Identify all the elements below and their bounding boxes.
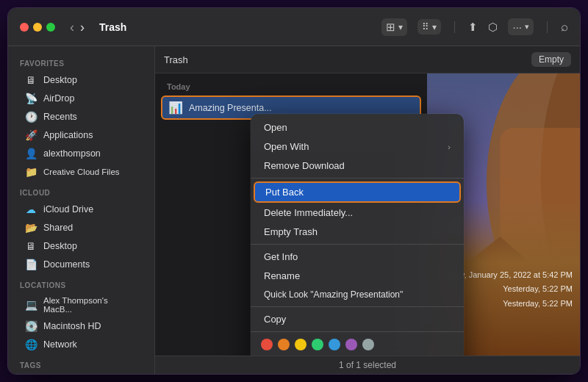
sidebar: Favorites 🖥 Desktop 📡 AirDrop 🕐 Recents … bbox=[8, 46, 155, 374]
sidebar-item-macbook[interactable]: 💻 Alex Thompson's MacB... bbox=[12, 293, 150, 317]
ctx-divider-4 bbox=[251, 331, 464, 332]
titlebar: ‹ › Trash ⊞ ▾ ⠿ ▾ ⬆ ⬡ ··· ▾ ⌕ bbox=[8, 8, 580, 46]
desktop-icloud-icon: 🖥 bbox=[24, 240, 37, 252]
content-area: Trash Empty Today 📊 Amazing Presenta... bbox=[155, 46, 580, 374]
color-dot-blue[interactable] bbox=[329, 339, 340, 350]
ctx-open-with-arrow: › bbox=[448, 143, 451, 151]
sidebar-item-label: Shared bbox=[43, 223, 73, 233]
tag-icon[interactable]: ⬡ bbox=[488, 21, 498, 34]
status-text: 1 of 1 selected bbox=[339, 360, 396, 370]
sidebar-item-label: iCloud Drive bbox=[43, 204, 93, 215]
ctx-open[interactable]: Open bbox=[254, 118, 461, 137]
content-header-title: Trash bbox=[164, 54, 188, 65]
sidebar-item-applications[interactable]: 🚀 Applications bbox=[12, 126, 150, 144]
icon-view-icon[interactable]: ⠿ bbox=[422, 21, 429, 32]
ctx-get-info[interactable]: Get Info bbox=[254, 248, 461, 266]
forward-button[interactable]: › bbox=[80, 21, 85, 34]
airdrop-icon: 📡 bbox=[24, 93, 37, 104]
minimize-button[interactable] bbox=[33, 23, 42, 32]
user-icon: 👤 bbox=[24, 148, 37, 159]
color-dot-gray[interactable] bbox=[362, 339, 374, 350]
ctx-quick-look[interactable]: Quick Look "Amazing Presentation" bbox=[254, 286, 461, 303]
grid-view-icon[interactable]: ▾ bbox=[398, 22, 403, 32]
ctx-copy-label: Copy bbox=[264, 314, 286, 325]
context-menu: Open Open With › Remove Download Put Bac… bbox=[251, 114, 464, 356]
icon-view-arrow[interactable]: ▾ bbox=[432, 22, 437, 32]
more-options-group: ··· ▾ bbox=[508, 18, 534, 35]
sidebar-item-alexthompson[interactable]: 👤 alexthompson bbox=[12, 145, 150, 162]
sidebar-item-label: Desktop bbox=[43, 75, 77, 85]
file-icon-presentation: 📊 bbox=[168, 101, 183, 115]
ctx-divider-2 bbox=[251, 244, 464, 245]
ctx-open-with[interactable]: Open With › bbox=[254, 137, 461, 156]
search-icon[interactable]: ⌕ bbox=[561, 20, 568, 35]
sidebar-item-label: Applications bbox=[43, 130, 93, 140]
empty-button[interactable]: Empty bbox=[531, 52, 571, 67]
sidebar-item-network[interactable]: 🌐 Network bbox=[12, 336, 150, 353]
ctx-put-back-label: Put Back bbox=[265, 187, 304, 198]
sidebar-item-label: AirDrop bbox=[43, 93, 74, 104]
close-button[interactable] bbox=[20, 23, 29, 32]
sidebar-item-macintosh-hd[interactable]: 💽 Macintosh HD bbox=[12, 317, 150, 335]
ctx-color-tags bbox=[251, 335, 464, 354]
ctx-tags[interactable]: Tags... bbox=[254, 355, 461, 356]
ctx-copy[interactable]: Copy bbox=[254, 310, 461, 328]
tags-section-label: Tags bbox=[8, 354, 154, 372]
sidebar-item-shared[interactable]: 📂 Shared bbox=[12, 219, 150, 237]
sidebar-item-label: Macintosh HD bbox=[43, 321, 101, 331]
ctx-delete-immediately[interactable]: Delete Immediately... bbox=[254, 203, 461, 222]
ctx-put-back[interactable]: Put Back bbox=[254, 181, 461, 203]
color-dot-orange[interactable] bbox=[278, 339, 290, 350]
toolbar-separator-2 bbox=[547, 21, 548, 33]
sidebar-item-label: Desktop bbox=[43, 241, 77, 251]
favorites-section-label: Favorites bbox=[8, 52, 154, 71]
hd-icon: 💽 bbox=[24, 320, 37, 332]
ctx-open-label: Open bbox=[264, 122, 287, 133]
ctx-rename-label: Rename bbox=[264, 270, 300, 281]
toolbar-separator-1 bbox=[454, 21, 455, 33]
ctx-empty-trash-label: Empty Trash bbox=[264, 226, 318, 237]
content-header: Trash Empty bbox=[155, 46, 580, 73]
back-button[interactable]: ‹ bbox=[70, 21, 74, 34]
sidebar-item-airdrop[interactable]: 📡 AirDrop bbox=[12, 90, 150, 107]
sidebar-item-documents[interactable]: 📄 Documents bbox=[12, 256, 150, 273]
view-toggle-group: ⊞ ▾ bbox=[381, 18, 407, 36]
sidebar-item-desktop-icloud[interactable]: 🖥 Desktop bbox=[12, 237, 150, 255]
status-bar: 1 of 1 selected bbox=[155, 356, 580, 374]
icloud-section-label: iCloud bbox=[8, 181, 154, 200]
sidebar-item-icloud-drive[interactable]: ☁ iCloud Drive bbox=[12, 201, 150, 218]
file-name-label: Amazing Presenta... bbox=[189, 103, 272, 113]
window-title: Trash bbox=[99, 21, 126, 33]
documents-icon: 📄 bbox=[24, 259, 37, 270]
ctx-rename[interactable]: Rename bbox=[254, 267, 461, 285]
sidebar-item-label: Creative Cloud Files bbox=[43, 167, 120, 176]
toolbar-icons: ⊞ ▾ ⠿ ▾ ⬆ ⬡ ··· ▾ ⌕ bbox=[381, 18, 568, 36]
color-dot-green[interactable] bbox=[312, 339, 323, 350]
ctx-quick-look-label: Quick Look "Amazing Presentation" bbox=[264, 289, 403, 300]
locations-section-label: Locations bbox=[8, 274, 154, 292]
ctx-remove-download[interactable]: Remove Download bbox=[254, 156, 461, 175]
ctx-remove-download-label: Remove Download bbox=[264, 160, 345, 171]
maximize-button[interactable] bbox=[46, 23, 55, 32]
ctx-empty-trash[interactable]: Empty Trash bbox=[254, 223, 461, 241]
ctx-open-with-label: Open With bbox=[264, 141, 309, 152]
more-arrow[interactable]: ▾ bbox=[525, 22, 529, 32]
color-dot-red[interactable] bbox=[261, 339, 273, 350]
sidebar-item-creative-cloud[interactable]: 📁 Creative Cloud Files bbox=[12, 163, 150, 181]
sidebar-item-desktop-fav[interactable]: 🖥 Desktop bbox=[12, 71, 150, 89]
shared-icon: 📂 bbox=[24, 222, 37, 234]
creative-cloud-icon: 📁 bbox=[24, 166, 37, 178]
share-icon[interactable]: ⬆ bbox=[468, 21, 478, 34]
color-dot-purple[interactable] bbox=[345, 339, 357, 350]
sidebar-item-label: Network bbox=[43, 339, 77, 350]
network-icon: 🌐 bbox=[24, 339, 37, 350]
sidebar-item-label: Recents bbox=[43, 112, 77, 122]
macbook-icon: 💻 bbox=[24, 299, 37, 311]
column-view-icon[interactable]: ⊞ bbox=[386, 21, 395, 34]
color-dot-yellow[interactable] bbox=[295, 339, 306, 350]
finder-window: ‹ › Trash ⊞ ▾ ⠿ ▾ ⬆ ⬡ ··· ▾ ⌕ bbox=[7, 7, 581, 375]
more-icon[interactable]: ··· bbox=[512, 21, 522, 33]
sidebar-item-recents[interactable]: 🕐 Recents bbox=[12, 108, 150, 126]
sidebar-item-label: Documents bbox=[43, 259, 90, 270]
grid-view-group: ⠿ ▾ bbox=[417, 19, 441, 35]
